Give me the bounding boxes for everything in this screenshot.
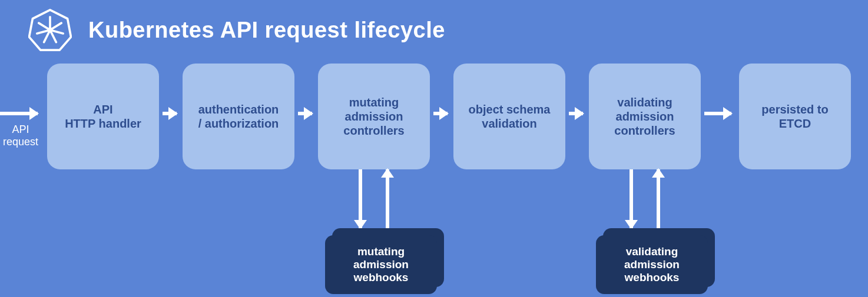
entry-api-request-label: APIrequest	[0, 124, 41, 148]
stage-label: mutatingadmissioncontrollers	[343, 95, 404, 138]
stage-label: object schemavalidation	[469, 102, 551, 131]
svg-line-8	[39, 23, 50, 30]
stage-validating-controllers: validatingadmissioncontrollers	[589, 64, 701, 169]
webhook-bidir-arrow-icon	[350, 169, 397, 228]
stage-schema-validation: object schemavalidation	[453, 64, 565, 169]
flow-arrow-icon	[704, 112, 731, 115]
flow-arrow-icon	[0, 112, 38, 115]
stage-label: validatingadmissioncontrollers	[614, 95, 675, 138]
flow-arrow-icon	[298, 112, 312, 115]
webhook-label: mutatingadmissionwebhooks	[353, 245, 409, 284]
webhook-bidir-arrow-icon	[621, 169, 668, 228]
stage-persist-etcd: persisted toETCD	[739, 64, 851, 169]
kubernetes-logo-icon	[28, 8, 72, 52]
header: Kubernetes API request lifecycle	[28, 8, 445, 52]
diagram-title: Kubernetes API request lifecycle	[88, 18, 445, 43]
stage-label: persisted toETCD	[761, 102, 828, 131]
webhook-validating: validatingadmissionwebhooks	[596, 228, 715, 294]
flow-arrow-icon	[569, 112, 583, 115]
svg-line-3	[50, 23, 61, 30]
stage-label: APIHTTP handler	[65, 102, 141, 131]
stage-mutating-controllers: mutatingadmissioncontrollers	[318, 64, 430, 169]
stage-authn-authz: authentication/ authorization	[183, 64, 294, 169]
stage-label: authentication/ authorization	[198, 102, 279, 131]
webhook-mutating: mutatingadmissionwebhooks	[325, 228, 444, 294]
stage-api-http-handler: APIHTTP handler	[47, 64, 159, 169]
webhook-card-front: validatingadmissionwebhooks	[596, 235, 708, 294]
webhook-card-front: mutatingadmissionwebhooks	[325, 235, 437, 294]
webhook-label: validatingadmissionwebhooks	[624, 245, 680, 284]
flow-arrow-icon	[163, 112, 177, 115]
flow-arrow-icon	[433, 112, 448, 115]
